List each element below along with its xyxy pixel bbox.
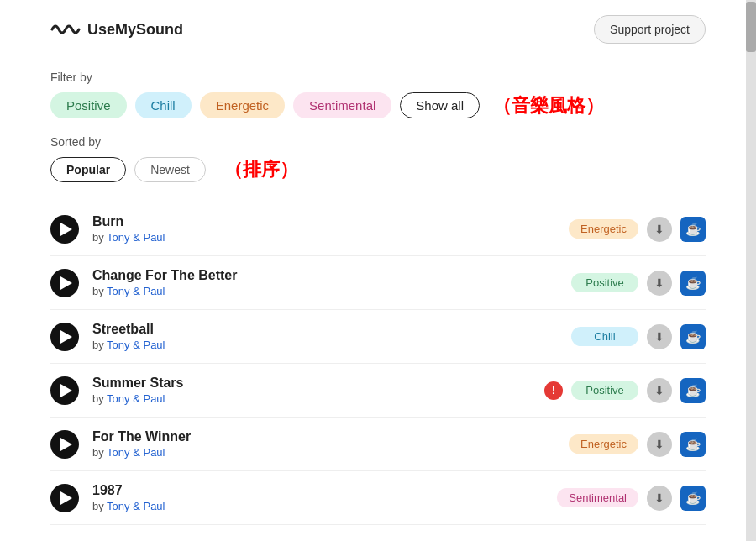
track-title: 1987 xyxy=(92,483,557,498)
coffee-icon: ☕ xyxy=(685,383,701,398)
track-row: Summer Stars by Tony & Paul ! Positive ⬇… xyxy=(50,364,706,418)
alert-icon: ! xyxy=(544,381,563,400)
sort-popular-button[interactable]: Popular xyxy=(50,157,126,182)
play-button[interactable] xyxy=(50,484,79,512)
coffee-icon: ☕ xyxy=(685,276,701,291)
filter-cjk-label: （音樂風格） xyxy=(493,93,604,118)
play-button[interactable] xyxy=(50,215,79,244)
track-actions: Energetic ⬇ ☕ xyxy=(569,217,706,242)
track-actions: ! Positive ⬇ ☕ xyxy=(544,378,706,403)
track-actions: Energetic ⬇ ☕ xyxy=(569,432,706,457)
track-actions: Chill ⬇ ☕ xyxy=(571,324,706,349)
track-artist: by Tony & Paul xyxy=(92,339,571,351)
artist-link[interactable]: Tony & Paul xyxy=(107,285,165,297)
download-button[interactable]: ⬇ xyxy=(647,378,672,403)
track-artist: by Tony & Paul xyxy=(92,285,571,297)
support-coffee-button[interactable]: ☕ xyxy=(680,324,706,349)
track-artist: by Tony & Paul xyxy=(92,446,569,459)
genre-badge: Energetic xyxy=(569,219,638,239)
track-row: Streetball by Tony & Paul Chill ⬇ ☕ xyxy=(50,310,706,364)
track-row: Burn by Tony & Paul Energetic ⬇ ☕ xyxy=(50,202,706,256)
artist-link[interactable]: Tony & Paul xyxy=(107,392,165,405)
sort-section: Sorted by Popular Newest （排序） xyxy=(0,118,756,182)
track-info: 1987 by Tony & Paul xyxy=(92,483,557,512)
track-title: Burn xyxy=(92,214,569,229)
genre-badge: Energetic xyxy=(569,434,638,454)
play-button[interactable] xyxy=(50,323,79,351)
track-title: Streetball xyxy=(92,322,571,337)
sort-options: Popular Newest （排序） xyxy=(50,157,706,182)
filter-chill-button[interactable]: Chill xyxy=(135,92,192,118)
coffee-icon: ☕ xyxy=(685,329,701,344)
track-artist: by Tony & Paul xyxy=(92,392,544,405)
coffee-icon: ☕ xyxy=(685,437,701,452)
support-coffee-button[interactable]: ☕ xyxy=(680,432,706,457)
download-button[interactable]: ⬇ xyxy=(647,270,672,296)
artist-link[interactable]: Tony & Paul xyxy=(107,500,165,512)
download-icon: ⬇ xyxy=(654,438,664,451)
track-row: Change For The Better by Tony & Paul Pos… xyxy=(50,256,706,310)
track-artist: by Tony & Paul xyxy=(92,500,557,512)
track-row: 1987 by Tony & Paul Sentimental ⬇ ☕ xyxy=(50,471,706,525)
filter-positive-button[interactable]: Positive xyxy=(50,92,127,118)
scrollbar-thumb[interactable] xyxy=(746,2,756,52)
track-title: Change For The Better xyxy=(92,268,571,283)
track-title: For The Winner xyxy=(92,429,569,444)
play-icon xyxy=(60,276,72,290)
artist-link[interactable]: Tony & Paul xyxy=(107,231,165,244)
track-artist: by Tony & Paul xyxy=(92,231,569,244)
play-button[interactable] xyxy=(50,269,79,297)
header: UseMySound Support project xyxy=(0,0,756,55)
play-icon xyxy=(60,491,72,505)
filter-label: Filter by xyxy=(50,71,706,84)
download-button[interactable]: ⬇ xyxy=(647,217,672,242)
play-button[interactable] xyxy=(50,430,79,459)
support-coffee-button[interactable]: ☕ xyxy=(680,378,706,403)
logo: UseMySound xyxy=(50,21,183,39)
filter-pills: Positive Chill Energetic Sentimental Sho… xyxy=(50,92,706,118)
download-button[interactable]: ⬇ xyxy=(647,486,672,511)
track-actions: Sentimental ⬇ ☕ xyxy=(557,486,706,511)
play-icon xyxy=(60,330,72,344)
download-button[interactable]: ⬇ xyxy=(647,432,672,457)
coffee-icon: ☕ xyxy=(685,491,701,506)
artist-link[interactable]: Tony & Paul xyxy=(107,446,165,459)
logo-icon xyxy=(50,21,81,38)
genre-badge: Positive xyxy=(571,273,638,292)
download-icon: ⬇ xyxy=(654,223,664,236)
logo-text: UseMySound xyxy=(87,21,183,39)
track-row: For The Winner by Tony & Paul Energetic … xyxy=(50,418,706,471)
track-actions: Positive ⬇ ☕ xyxy=(571,270,706,296)
track-info: Change For The Better by Tony & Paul xyxy=(92,268,571,297)
support-project-button[interactable]: Support project xyxy=(594,15,706,44)
track-info: Summer Stars by Tony & Paul xyxy=(92,376,544,405)
support-coffee-button[interactable]: ☕ xyxy=(680,270,706,296)
scrollbar[interactable] xyxy=(746,0,756,541)
genre-badge: Sentimental xyxy=(557,488,638,507)
download-icon: ⬇ xyxy=(654,330,664,344)
sort-label: Sorted by xyxy=(50,135,706,149)
support-coffee-button[interactable]: ☕ xyxy=(680,217,706,242)
sort-newest-button[interactable]: Newest xyxy=(134,157,206,182)
coffee-icon: ☕ xyxy=(685,222,701,237)
sort-cjk-label: （排序） xyxy=(224,157,298,182)
track-list: Burn by Tony & Paul Energetic ⬇ ☕ Change… xyxy=(0,182,756,525)
support-coffee-button[interactable]: ☕ xyxy=(680,486,706,511)
download-button[interactable]: ⬇ xyxy=(647,324,672,349)
play-icon xyxy=(60,438,72,451)
filter-section: Filter by Positive Chill Energetic Senti… xyxy=(0,55,756,118)
play-icon xyxy=(60,384,72,397)
filter-sentimental-button[interactable]: Sentimental xyxy=(293,92,391,118)
artist-link[interactable]: Tony & Paul xyxy=(107,339,165,351)
download-icon: ⬇ xyxy=(654,491,664,505)
filter-energetic-button[interactable]: Energetic xyxy=(200,92,285,118)
play-button[interactable] xyxy=(50,376,79,405)
download-icon: ⬇ xyxy=(654,276,664,290)
track-info: For The Winner by Tony & Paul xyxy=(92,429,569,459)
track-info: Burn by Tony & Paul xyxy=(92,214,569,244)
filter-showall-button[interactable]: Show all xyxy=(400,92,480,118)
track-title: Summer Stars xyxy=(92,376,544,391)
genre-badge: Positive xyxy=(571,381,638,400)
track-info: Streetball by Tony & Paul xyxy=(92,322,571,351)
download-icon: ⬇ xyxy=(654,384,664,397)
